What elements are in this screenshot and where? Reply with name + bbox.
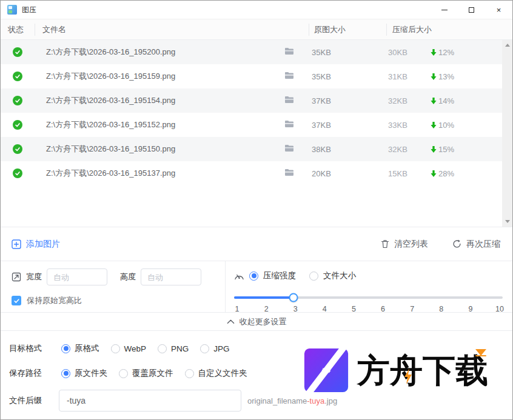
reduction-badge: 10%	[431, 121, 454, 130]
tick-label: 2	[261, 305, 271, 313]
filesize-radio[interactable]	[309, 272, 318, 281]
format-option-webp[interactable]: WebP	[111, 344, 147, 353]
table-row[interactable]: Z:\方舟下载\2026-03-16_195159.png 35KB 31KB1…	[1, 64, 503, 88]
format-option-label: WebP	[124, 344, 147, 353]
format-option-jpg[interactable]: JPG	[200, 344, 229, 353]
folder-icon[interactable]	[284, 144, 294, 154]
table-row[interactable]: Z:\方舟下载\2026-03-16_195137.png 20KB 15KB2…	[1, 161, 503, 185]
filename-text: Z:\方舟下载\2026-03-16_195154.png	[46, 96, 175, 105]
folder-icon[interactable]	[284, 72, 294, 81]
filename-cell: Z:\方舟下载\2026-03-16_195154.png	[35, 95, 309, 106]
compressed-size-text: 32KB	[388, 96, 431, 105]
filename-cell: Z:\方舟下载\2026-03-16_195152.png	[35, 119, 309, 130]
width-input[interactable]	[47, 268, 107, 285]
save-option-label: 覆盖原文件	[132, 368, 173, 379]
compressed-size-text: 30KB	[388, 48, 431, 57]
reduction-text: 15%	[438, 145, 454, 154]
check-circle-icon	[13, 96, 22, 105]
add-images-button[interactable]: 添加图片	[12, 239, 60, 250]
tick-label: 9	[466, 305, 475, 313]
scroll-up-button[interactable]	[502, 40, 512, 50]
header-filename: 文件名	[35, 24, 309, 36]
filename-text: Z:\方舟下载\2026-03-16_195150.png	[46, 144, 175, 153]
clear-list-button[interactable]: 清空列表	[381, 239, 428, 250]
vertical-scrollbar[interactable]	[502, 40, 512, 227]
keep-aspect-checkbox[interactable]	[12, 296, 21, 305]
format-option-png[interactable]: PNG	[158, 344, 189, 353]
recompress-label: 再次压缩	[466, 239, 500, 250]
radio-icon	[185, 369, 194, 378]
height-input[interactable]	[141, 268, 201, 285]
minimize-button[interactable]	[431, 1, 458, 19]
check-circle-icon	[13, 120, 22, 130]
table-row[interactable]: Z:\方舟下载\2026-03-16_195150.png 38KB 32KB1…	[1, 137, 503, 161]
close-button[interactable]: ×	[485, 1, 512, 19]
radio-icon	[158, 344, 167, 353]
example-prefix: original_filename	[247, 396, 307, 405]
compressed-size-text: 32KB	[388, 145, 431, 154]
save-option-label: 原文件夹	[75, 368, 107, 379]
tick-label: 1	[232, 305, 242, 313]
format-option-original[interactable]: 原格式	[61, 343, 99, 354]
suffix-example: original_filename-tuya.jpg	[247, 396, 337, 405]
radio-icon	[61, 369, 70, 378]
save-option-custom-folder[interactable]: 自定义文件夹	[185, 368, 247, 379]
minimize-icon	[441, 10, 448, 10]
original-size-cell: 35KB	[309, 72, 386, 81]
folder-icon[interactable]	[284, 96, 294, 105]
arrow-down-icon	[431, 146, 437, 153]
compressed-cell: 32KB15%	[386, 145, 503, 154]
collapse-settings-label: 收起更多设置	[240, 316, 287, 327]
tick-label: 3	[290, 305, 300, 313]
save-option-original-folder[interactable]: 原文件夹	[61, 368, 107, 379]
slider-thumb[interactable]	[289, 293, 298, 302]
scroll-down-button[interactable]	[502, 216, 512, 227]
arrow-down-icon	[431, 122, 437, 128]
format-option-label: JPG	[213, 344, 229, 353]
triangle-up-icon	[505, 44, 510, 47]
original-size-cell: 35KB	[309, 48, 386, 57]
maximize-button[interactable]	[458, 1, 485, 19]
reduction-badge: 13%	[431, 72, 454, 81]
collapse-settings-button[interactable]: 收起更多设置	[1, 312, 512, 331]
check-circle-icon	[13, 72, 22, 81]
width-label: 宽度	[26, 272, 42, 282]
strength-radio[interactable]	[249, 272, 258, 281]
suffix-input[interactable]	[59, 390, 241, 412]
table-row[interactable]: Z:\方舟下载\2026-03-16_195200.png 35KB 30KB1…	[1, 40, 503, 64]
status-cell	[1, 144, 35, 154]
tick-label: 10	[495, 305, 505, 313]
original-size-cell: 38KB	[309, 145, 386, 154]
app-icon	[7, 5, 17, 15]
table-row[interactable]: Z:\方舟下载\2026-03-16_195152.png 37KB 33KB1…	[1, 113, 503, 137]
compressed-cell: 31KB13%	[386, 72, 503, 81]
tick-label: 6	[378, 305, 388, 313]
table-row[interactable]: Z:\方舟下载\2026-03-16_195154.png 37KB 32KB1…	[1, 88, 503, 113]
compressed-cell: 30KB12%	[386, 48, 503, 57]
reduction-badge: 12%	[431, 48, 454, 57]
reduction-badge: 14%	[431, 96, 454, 105]
reduction-badge: 15%	[431, 145, 454, 154]
refresh-icon	[452, 239, 461, 248]
recompress-button[interactable]: 再次压缩	[452, 239, 500, 250]
filename-cell: Z:\方舟下载\2026-03-16_195150.png	[35, 144, 309, 155]
folder-icon[interactable]	[284, 168, 294, 178]
check-circle-icon	[13, 168, 22, 178]
folder-icon[interactable]	[284, 47, 294, 57]
arrow-down-icon	[431, 98, 437, 104]
file-rows: Z:\方舟下载\2026-03-16_195200.png 35KB 30KB1…	[1, 40, 503, 185]
status-cell	[1, 72, 35, 81]
tick-label: 4	[320, 305, 329, 313]
header-compressed-size: 压缩后大小	[386, 24, 512, 36]
format-row: 目标格式 原格式 WebP PNG JPG	[9, 340, 512, 357]
original-size-cell: 37KB	[309, 96, 386, 105]
check-icon	[13, 298, 20, 304]
clear-list-label: 清空列表	[394, 239, 428, 250]
reduction-badge: 28%	[431, 169, 454, 178]
save-option-overwrite[interactable]: 覆盖原文件	[119, 368, 173, 379]
strength-slider[interactable]	[234, 293, 503, 302]
compressed-size-text: 15KB	[388, 169, 431, 178]
status-cell	[1, 47, 35, 57]
folder-icon[interactable]	[284, 120, 294, 130]
plus-square-icon	[12, 239, 21, 249]
